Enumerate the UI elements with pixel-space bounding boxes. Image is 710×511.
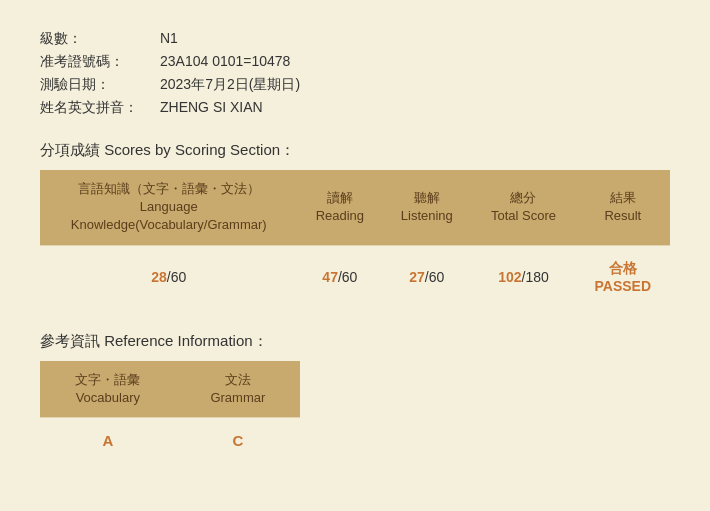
exam-id-row: 准考證號碼： 23A104 0101=10478 (40, 53, 670, 71)
ref-data-row: A C (40, 417, 300, 463)
result-cell: 合格 PASSED (576, 245, 670, 308)
total-score-cell: 102/180 (471, 245, 575, 308)
date-value: 2023年7月2日(星期日) (160, 76, 300, 94)
level-value: N1 (160, 30, 178, 48)
level-row: 級數： N1 (40, 30, 670, 48)
name-row: 姓名英文拼音： ZHENG SI XIAN (40, 99, 670, 117)
reading-score-cell: 47/60 (297, 245, 382, 308)
name-value: ZHENG SI XIAN (160, 99, 263, 117)
name-label: 姓名英文拼音： (40, 99, 160, 117)
scores-section: 分項成績 Scores by Scoring Section： 言語知識（文字・… (40, 141, 670, 308)
scores-data-row: 28/60 47/60 27/60 102/180 合格 PASSED (40, 245, 670, 308)
vocab-grade-cell: A (40, 417, 176, 463)
info-section: 級數： N1 准考證號碼： 23A104 0101=10478 測驗日期： 20… (40, 30, 670, 117)
header-lang: 言語知識（文字・語彙・文法） Language Knowledge(Vocabu… (40, 170, 297, 245)
header-listening: 聽解 Listening (382, 170, 471, 245)
scores-table: 言語知識（文字・語彙・文法） Language Knowledge(Vocabu… (40, 170, 670, 308)
ref-header-row: 文字・語彙 Vocabulary 文法 Grammar (40, 361, 300, 418)
exam-id-label: 准考證號碼： (40, 53, 160, 71)
grammar-grade-cell: C (176, 417, 300, 463)
ref-header-grammar: 文法 Grammar (176, 361, 300, 418)
ref-header-vocab: 文字・語彙 Vocabulary (40, 361, 176, 418)
lang-score-cell: 28/60 (40, 245, 297, 308)
ref-table: 文字・語彙 Vocabulary 文法 Grammar A C (40, 361, 300, 463)
date-row: 測驗日期： 2023年7月2日(星期日) (40, 76, 670, 94)
header-result: 結果 Result (576, 170, 670, 245)
scores-title: 分項成績 Scores by Scoring Section： (40, 141, 670, 160)
scores-header-row: 言語知識（文字・語彙・文法） Language Knowledge(Vocabu… (40, 170, 670, 245)
header-reading: 讀解 Reading (297, 170, 382, 245)
date-label: 測驗日期： (40, 76, 160, 94)
level-label: 級數： (40, 30, 160, 48)
listening-score-cell: 27/60 (382, 245, 471, 308)
exam-id-value: 23A104 0101=10478 (160, 53, 290, 71)
ref-title: 參考資訊 Reference Information： (40, 332, 670, 351)
header-total: 總分 Total Score (471, 170, 575, 245)
ref-section: 參考資訊 Reference Information： 文字・語彙 Vocabu… (40, 332, 670, 463)
